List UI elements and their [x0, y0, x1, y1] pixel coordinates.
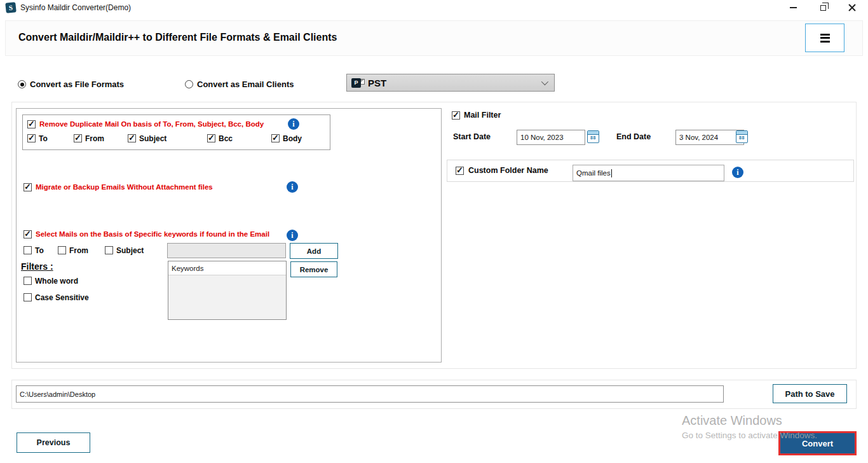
keywords-listbox[interactable]: Keywords — [168, 261, 287, 320]
checkbox-custom-folder[interactable] — [456, 167, 464, 175]
close-icon — [848, 4, 856, 11]
checkbox-dup-body[interactable] — [271, 134, 280, 142]
checkbox-remove-duplicates[interactable] — [27, 120, 36, 128]
label-kw-from[interactable]: From — [69, 246, 88, 255]
checkbox-case-sensitive[interactable] — [24, 293, 32, 301]
checkbox-dup-from[interactable] — [74, 134, 82, 142]
text-caret — [611, 169, 612, 177]
window-title: Sysinfo Maildir Converter(Demo) — [20, 3, 131, 12]
add-button[interactable]: Add — [290, 243, 338, 259]
info-icon-duplicates[interactable]: i — [288, 118, 299, 130]
header: Convert Maildir/Maildir++ to Different F… — [5, 20, 863, 56]
end-date-value: 3 Nov, 2024 — [679, 134, 718, 141]
radio-label-email-clients[interactable]: Convert as Email Clients — [197, 79, 294, 89]
restore-icon — [820, 5, 826, 11]
previous-button[interactable]: Previous — [17, 432, 90, 453]
info-icon-custom-folder[interactable]: i — [732, 167, 743, 178]
app-window: S Sysinfo Maildir Converter(Demo) Conver… — [0, 0, 868, 463]
calendar-icon-end[interactable] — [736, 130, 748, 143]
titlebar: S Sysinfo Maildir Converter(Demo) — [0, 0, 868, 17]
save-path-input[interactable]: C:\Users\admin\Desktop — [16, 385, 724, 403]
app-logo-letter: S — [8, 4, 13, 12]
label-case-sensitive[interactable]: Case Sensitive — [35, 293, 89, 302]
minimize-icon — [790, 7, 797, 8]
label-custom-folder[interactable]: Custom Folder Name — [468, 166, 548, 175]
label-dup-to[interactable]: To — [39, 134, 48, 143]
start-date-input[interactable]: 10 Nov, 2023 — [517, 130, 585, 145]
path-to-save-button[interactable]: Path to Save — [773, 384, 847, 403]
label-kw-subject[interactable]: Subject — [116, 246, 144, 255]
menu-button[interactable] — [805, 24, 844, 52]
checkbox-dup-bcc[interactable] — [207, 134, 215, 142]
checkbox-mail-filter[interactable] — [452, 111, 460, 120]
keyword-input[interactable] — [167, 243, 286, 258]
label-dup-from[interactable]: From — [85, 134, 104, 143]
pst-outlook-icon: P — [351, 78, 363, 88]
close-button[interactable] — [841, 0, 863, 15]
checkbox-keywords-section[interactable] — [24, 230, 32, 238]
label-kw-to[interactable]: To — [35, 246, 44, 255]
checkbox-dup-subject[interactable] — [128, 134, 136, 142]
radio-label-file-formats[interactable]: Convert as File Formats — [30, 79, 124, 89]
label-remove-duplicates[interactable]: Remove Duplicate Mail On basis of To, Fr… — [39, 120, 264, 128]
label-whole-word[interactable]: Whole word — [35, 277, 78, 286]
label-dup-bcc[interactable]: Bcc — [219, 134, 233, 143]
app-logo-icon: S — [5, 2, 17, 13]
end-date-input[interactable]: 3 Nov, 2024 — [675, 130, 744, 145]
checkbox-whole-word[interactable] — [24, 277, 32, 285]
page-title: Convert Maildir/Maildir++ to Different F… — [18, 32, 337, 43]
keywords-list-header: Keywords — [168, 261, 286, 275]
calendar-icon-start[interactable] — [587, 130, 599, 143]
filters-heading: Filters : — [21, 261, 53, 272]
checkbox-kw-from[interactable] — [58, 246, 66, 254]
remove-button[interactable]: Remove — [290, 261, 337, 277]
info-icon-keywords[interactable]: i — [287, 230, 298, 241]
label-keywords-section[interactable]: Select Mails on the Basis of Specific ke… — [36, 230, 269, 238]
radio-convert-email-clients[interactable] — [185, 80, 193, 88]
pst-letter: P — [351, 78, 361, 88]
radio-convert-file-formats[interactable] — [18, 80, 26, 88]
label-end-date: End Date — [616, 132, 651, 141]
format-dropdown[interactable]: P PST — [346, 74, 555, 92]
activate-windows-watermark-line2: Go to Settings to activate Windows. — [682, 431, 817, 440]
label-dup-body[interactable]: Body — [283, 134, 302, 143]
info-icon-attachments[interactable]: i — [287, 181, 298, 193]
start-date-value: 10 Nov, 2023 — [520, 134, 564, 141]
activate-windows-watermark: Activate Windows — [682, 413, 782, 428]
checkbox-no-attachments[interactable] — [24, 183, 32, 191]
checkbox-kw-to[interactable] — [24, 246, 32, 254]
label-no-attachments[interactable]: Migrate or Backup Emails Without Attachm… — [36, 183, 213, 191]
label-dup-subject[interactable]: Subject — [139, 134, 166, 143]
custom-folder-input[interactable]: Qmail files — [573, 165, 724, 181]
save-path-value: C:\Users\admin\Desktop — [20, 390, 95, 398]
checkbox-dup-to[interactable] — [27, 134, 36, 142]
checkbox-kw-subject[interactable] — [105, 246, 113, 254]
maximize-button[interactable] — [812, 0, 834, 15]
format-dropdown-value: PST — [368, 78, 386, 88]
minimize-button[interactable] — [782, 0, 804, 15]
chevron-down-icon — [541, 78, 548, 85]
label-start-date: Start Date — [453, 132, 491, 141]
label-mail-filter[interactable]: Mail Filter — [464, 111, 501, 120]
hamburger-icon — [820, 34, 830, 36]
custom-folder-value: Qmail files — [576, 169, 611, 177]
